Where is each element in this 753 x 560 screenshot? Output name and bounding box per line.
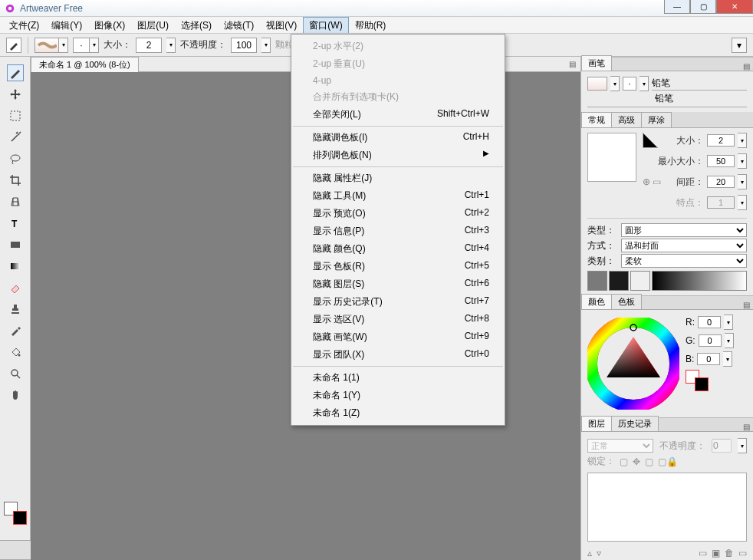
menu-layer[interactable]: 图层(U)	[131, 17, 175, 33]
menu-entry[interactable]: 隐藏调色板(I)Ctrl+H	[291, 129, 505, 147]
options-extra-dropdown[interactable]: ▾	[732, 38, 747, 53]
eraser-tool[interactable]	[7, 279, 24, 296]
wand-tool[interactable]	[7, 129, 24, 146]
hand-tool[interactable]	[7, 387, 24, 404]
current-tool-icon[interactable]	[6, 38, 21, 53]
bp-shape-select[interactable]: 圆形	[621, 223, 747, 237]
menu-entry[interactable]: 全部关闭(L)Shift+Ctrl+W	[291, 106, 505, 124]
window-close-button[interactable]: ✕	[716, 0, 753, 14]
opacity-input[interactable]	[231, 38, 257, 53]
color-tab[interactable]: 颜色	[581, 294, 612, 309]
menu-entry[interactable]: 显示 色板(R)Ctrl+5	[291, 258, 505, 275]
panel-menu-icon[interactable]: ▤	[743, 301, 750, 309]
bp-category-select[interactable]: 柔软	[621, 254, 747, 268]
tabbar-menu-icon[interactable]: ▤	[569, 60, 576, 68]
size-dropdown[interactable]: ▾	[166, 38, 176, 53]
menu-entry[interactable]: 排列调色板(N)▶	[291, 147, 505, 164]
brush-tool[interactable]	[7, 64, 24, 81]
menu-entry[interactable]: 隐藏 工具(M)Ctrl+1	[291, 187, 505, 205]
layer-up-icon[interactable]: ▵	[587, 548, 592, 558]
bucket-tool[interactable]	[7, 344, 24, 361]
stamp-tool[interactable]	[7, 301, 24, 318]
menu-filter[interactable]: 滤镜(T)	[218, 17, 260, 33]
foreground-color-swatch[interactable]	[13, 511, 27, 525]
brush-tip-mini-dd[interactable]: ▾	[640, 76, 649, 91]
opacity-dropdown[interactable]: ▾	[261, 38, 271, 53]
menu-entry[interactable]: 隐藏 属性栏(J)	[291, 170, 505, 187]
brush-panel-tab[interactable]: 画笔	[581, 55, 612, 71]
menu-entry[interactable]: 未命名 1(Z)	[291, 404, 505, 422]
perspective-tool[interactable]	[7, 193, 24, 210]
delete-layer-icon[interactable]: 🗑	[725, 548, 734, 558]
shape-tool[interactable]	[7, 236, 24, 253]
menu-entry[interactable]: 隐藏 图层(S)Ctrl+6	[291, 275, 505, 293]
bp-spacing-dd[interactable]: ▾	[738, 174, 747, 189]
menu-entry[interactable]: 显示 团队(X)Ctrl+0	[291, 346, 505, 364]
panel-menu-icon[interactable]: ▤	[743, 62, 750, 71]
bp-minsize-input[interactable]	[707, 155, 735, 167]
r-input[interactable]	[698, 316, 721, 328]
document-tab[interactable]: 未命名 1 @ 100% (8-位)	[31, 57, 139, 72]
subtab-general[interactable]: 常规	[581, 112, 612, 127]
zoom-tool[interactable]	[7, 365, 24, 382]
window-minimize-button[interactable]: —	[664, 0, 690, 14]
layers-list[interactable]	[587, 473, 747, 542]
layer-more-icon[interactable]: ▭	[738, 548, 747, 558]
menu-entry[interactable]: 显示 预览(O)Ctrl+2	[291, 205, 505, 222]
menu-select[interactable]: 选择(S)	[175, 17, 218, 33]
menu-entry[interactable]: 未命名 1(Y)	[291, 387, 505, 404]
color-swatches[interactable]	[4, 502, 27, 525]
new-layer-icon[interactable]: ▭	[699, 548, 707, 558]
swatches-tab[interactable]: 色板	[611, 294, 642, 309]
menu-entry[interactable]: 显示 历史记录(T)Ctrl+7	[291, 293, 505, 311]
brush-preset-mini-dd[interactable]: ▾	[610, 76, 620, 91]
menu-window[interactable]: 窗口(W)	[303, 17, 348, 33]
window-maximize-button[interactable]: ▢	[690, 0, 716, 14]
size-input[interactable]	[136, 38, 162, 53]
b-dd[interactable]: ▾	[723, 351, 732, 367]
menu-entry[interactable]: 隐藏 颜色(Q)Ctrl+4	[291, 240, 505, 258]
bp-size-input[interactable]	[707, 134, 735, 147]
history-tab[interactable]: 历史记录	[611, 416, 659, 431]
g-input[interactable]	[699, 334, 722, 347]
g-dd[interactable]: ▾	[725, 333, 734, 348]
r-dd[interactable]: ▾	[724, 315, 733, 330]
bp-minsize-dd[interactable]: ▾	[738, 153, 747, 169]
menu-image[interactable]: 图像(X)	[88, 17, 131, 33]
brush-tip-mini[interactable]: ·	[623, 77, 636, 91]
menu-entry[interactable]: 隐藏 画笔(W)Ctrl+9	[291, 328, 505, 346]
text-tool[interactable]: T	[7, 215, 24, 232]
panel-menu-icon[interactable]: ▤	[743, 423, 750, 431]
menu-view[interactable]: 视图(V)	[260, 17, 303, 33]
texture-swatch-3[interactable]	[630, 271, 650, 291]
eyedropper-tool[interactable]	[7, 322, 24, 339]
texture-swatch-1[interactable]	[587, 271, 607, 291]
brush-tip-dropdown[interactable]: ▾	[90, 38, 99, 53]
brush-tip-chip[interactable]: ·	[73, 38, 90, 53]
subtab-advanced[interactable]: 高级	[611, 112, 642, 127]
mini-color-swatches[interactable]	[686, 370, 709, 391]
crop-tool[interactable]	[7, 172, 24, 189]
lasso-tool[interactable]	[7, 150, 24, 167]
menu-entry[interactable]: 显示 选区(V)Ctrl+8	[291, 311, 505, 328]
bp-spacing-input[interactable]	[707, 176, 735, 188]
move-tool[interactable]	[7, 86, 24, 103]
subtab-impasto[interactable]: 厚涂	[641, 112, 672, 127]
menu-entry[interactable]: 显示 信息(P)Ctrl+3	[291, 222, 505, 240]
menu-file[interactable]: 文件(Z)	[3, 17, 45, 33]
layer-down-icon[interactable]: ▿	[597, 548, 601, 558]
texture-swatch-2[interactable]	[609, 271, 629, 291]
menu-entry[interactable]: 未命名 1(1)	[291, 369, 505, 387]
bp-size-dd[interactable]: ▾	[738, 133, 747, 148]
b-input[interactable]	[697, 353, 720, 365]
menu-help[interactable]: 帮助(R)	[349, 17, 393, 33]
texture-gradient[interactable]	[652, 271, 747, 291]
brush-preset-dropdown[interactable]: ▾	[59, 38, 68, 53]
bp-method-select[interactable]: 温和封面	[621, 239, 747, 252]
marquee-tool[interactable]	[7, 107, 24, 124]
new-group-icon[interactable]: ▣	[712, 548, 720, 558]
color-wheel[interactable]	[587, 318, 679, 410]
brush-preset-mini[interactable]	[587, 77, 607, 91]
menu-edit[interactable]: 编辑(Y)	[45, 17, 88, 33]
brush-preset-chip[interactable]	[35, 38, 59, 53]
